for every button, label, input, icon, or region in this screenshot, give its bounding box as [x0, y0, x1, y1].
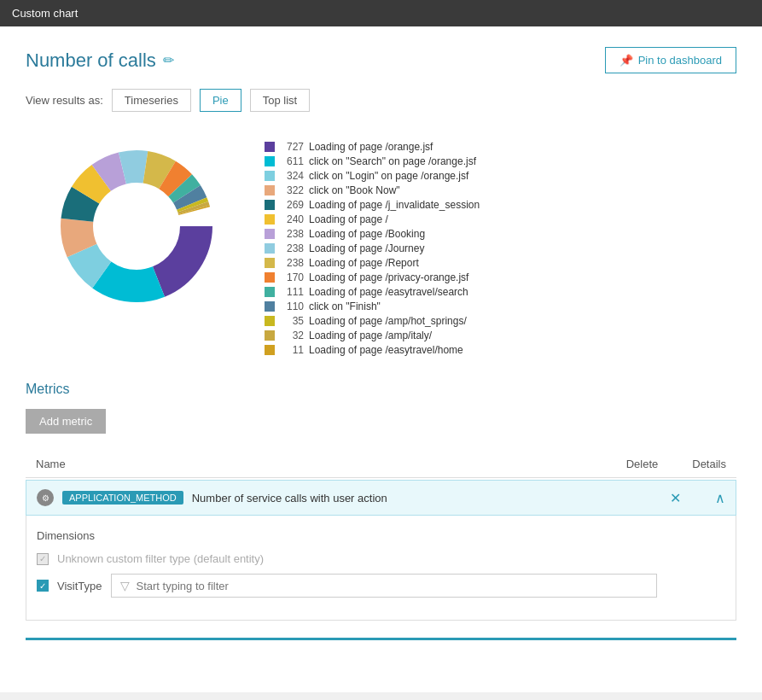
- legend-count: 727: [280, 141, 304, 153]
- metrics-section-title: Metrics: [26, 382, 736, 397]
- chart-legend: 727 Loading of page /orange.jsf 611 clic…: [265, 141, 480, 356]
- tab-pie[interactable]: Pie: [200, 89, 241, 112]
- dimensions-title: Dimensions: [37, 529, 725, 542]
- legend-color-swatch: [265, 330, 275, 341]
- legend-item: 727 Loading of page /orange.jsf: [265, 141, 480, 153]
- filter-input-wrap: ▽: [111, 574, 657, 598]
- checkbox-visittype[interactable]: [37, 580, 49, 592]
- legend-item: 269 Loading of page /j_invalidate_sessio…: [265, 199, 480, 211]
- main-content: Number of calls ✏ 📌 Pin to dashboard Vie…: [0, 26, 762, 692]
- title-bar: Custom chart: [0, 0, 762, 26]
- pin-to-dashboard-button[interactable]: 📌 Pin to dashboard: [605, 47, 736, 73]
- legend-count: 269: [280, 199, 304, 211]
- dimension-label-visittype: VisitType: [57, 580, 102, 592]
- legend-color-swatch: [265, 301, 275, 312]
- legend-count: 11: [280, 344, 304, 356]
- legend-count: 170: [280, 271, 304, 283]
- legend-item: 32 Loading of page /amp/italy/: [265, 330, 480, 341]
- legend-count: 611: [280, 155, 304, 167]
- legend-count: 238: [280, 242, 304, 254]
- col-details-header: Details: [692, 458, 726, 470]
- metric-row-left: ⚙ APPLICATION_METHOD Number of service c…: [37, 489, 387, 506]
- metric-tag: APPLICATION_METHOD: [62, 491, 183, 505]
- legend-count: 324: [280, 170, 304, 182]
- legend-label: Loading of page /amp/italy/: [309, 330, 432, 341]
- metric-icon: ⚙: [37, 489, 54, 506]
- legend-label: Loading of page /Journey: [309, 242, 424, 254]
- legend-color-swatch: [265, 345, 275, 355]
- edit-icon[interactable]: ✏: [163, 52, 174, 68]
- legend-count: 240: [280, 213, 304, 225]
- legend-color-swatch: [265, 171, 275, 181]
- metrics-section: Metrics Add metric: [26, 382, 736, 434]
- checkbox-unknown: ✓: [37, 553, 49, 565]
- legend-item: 322 click on "Book Now": [265, 184, 480, 196]
- legend-item: 611 click on "Search" on page /orange.js…: [265, 155, 480, 167]
- metric-row-right: ✕ ∧: [670, 490, 725, 506]
- legend-label: click on "Finish": [309, 300, 381, 312]
- legend-label: Loading of page /easytravel/home: [309, 344, 463, 356]
- chart-title: Number of calls ✏: [26, 50, 174, 72]
- legend-label: Loading of page /Report: [309, 257, 419, 269]
- svg-point-15: [94, 184, 179, 269]
- legend-item: 240 Loading of page /: [265, 213, 480, 225]
- legend-count: 110: [280, 300, 304, 312]
- add-metric-button[interactable]: Add metric: [26, 409, 106, 434]
- legend-color-swatch: [265, 185, 275, 195]
- toggle-details-button[interactable]: ∧: [715, 490, 725, 506]
- dimensions-section: Dimensions ✓ Unknown custom filter type …: [26, 516, 736, 621]
- legend-count: 238: [280, 257, 304, 269]
- table-header: Name Delete Details: [26, 451, 736, 478]
- view-results-row: View results as: Timeseries Pie Top list: [26, 89, 736, 112]
- legend-label: Loading of page /easytravel/search: [309, 286, 468, 298]
- delete-metric-button[interactable]: ✕: [670, 490, 681, 506]
- dimension-row-unknown: ✓ Unknown custom filter type (default en…: [37, 552, 725, 565]
- legend-item: 324 click on "Login" on page /orange.jsf: [265, 170, 480, 182]
- legend-color-swatch: [265, 156, 275, 166]
- legend-item: 170 Loading of page /privacy-orange.jsf: [265, 271, 480, 283]
- legend-count: 32: [280, 330, 304, 341]
- chart-title-text: Number of calls: [26, 50, 156, 72]
- col-delete-header: Delete: [626, 458, 659, 470]
- legend-color-swatch: [265, 214, 275, 225]
- legend-label: Loading of page /Booking: [309, 228, 425, 240]
- legend-item: 11 Loading of page /easytravel/home: [265, 344, 480, 356]
- dimension-row-visittype: VisitType ▽: [37, 574, 725, 598]
- tab-toplist[interactable]: Top list: [250, 89, 310, 112]
- view-results-label: View results as:: [26, 94, 103, 107]
- legend-color-swatch: [265, 142, 275, 152]
- filter-icon: ▽: [120, 579, 130, 592]
- legend-label: Loading of page /: [309, 213, 388, 225]
- legend-label: Loading of page /privacy-orange.jsf: [309, 271, 468, 283]
- dimension-label-unknown: Unknown custom filter type (default enti…: [57, 552, 264, 565]
- filter-input[interactable]: [137, 580, 648, 592]
- legend-label: Loading of page /orange.jsf: [309, 141, 433, 153]
- metric-row: ⚙ APPLICATION_METHOD Number of service c…: [26, 480, 736, 516]
- legend-label: click on "Login" on page /orange.jsf: [309, 170, 468, 182]
- legend-count: 322: [280, 184, 304, 196]
- legend-item: 35 Loading of page /amp/hot_springs/: [265, 315, 480, 327]
- legend-label: Loading of page /j_invalidate_session: [309, 199, 480, 211]
- legend-color-swatch: [265, 272, 275, 283]
- bottom-border: [26, 638, 736, 640]
- col-name-header: Name: [36, 458, 66, 470]
- legend-color-swatch: [265, 243, 275, 254]
- legend-item: 238 Loading of page /Report: [265, 257, 480, 269]
- legend-color-swatch: [265, 287, 275, 297]
- donut-chart: [43, 132, 230, 320]
- legend-count: 238: [280, 228, 304, 240]
- tab-timeseries[interactable]: Timeseries: [112, 89, 191, 112]
- table-section: Name Delete Details ⚙ APPLICATION_METHOD…: [26, 451, 736, 621]
- pin-button-label: Pin to dashboard: [638, 54, 722, 67]
- legend-count: 111: [280, 286, 304, 298]
- header-row: Number of calls ✏ 📌 Pin to dashboard: [26, 47, 736, 73]
- legend-color-swatch: [265, 258, 275, 268]
- legend-item: 111 Loading of page /easytravel/search: [265, 286, 480, 298]
- chart-section: 727 Loading of page /orange.jsf 611 clic…: [26, 132, 736, 356]
- legend-label: click on "Search" on page /orange.jsf: [309, 155, 476, 167]
- legend-label: click on "Book Now": [309, 184, 400, 196]
- title-bar-label: Custom chart: [12, 7, 78, 20]
- legend-color-swatch: [265, 200, 275, 210]
- checkbox-wrapper-unknown: ✓: [37, 553, 49, 565]
- legend-color-swatch: [265, 316, 275, 326]
